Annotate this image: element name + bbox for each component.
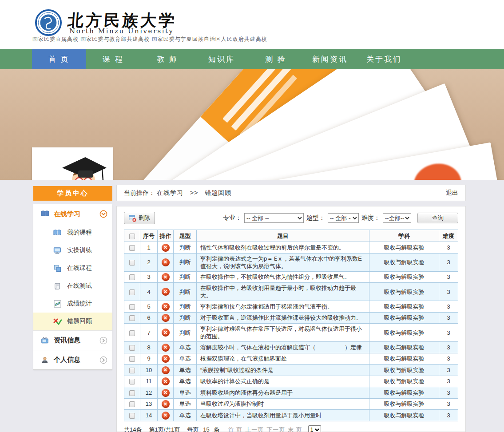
nav-item[interactable]: 知识库 bbox=[194, 49, 249, 69]
wrong-questions-table: 序号操作题型题目学科难度 1✕判断惰性气体和吸收剂在吸收过程的前后的摩尔量是不变… bbox=[124, 230, 458, 421]
select-all-header bbox=[124, 230, 140, 242]
delete-cross-icon[interactable]: ✕ bbox=[162, 400, 170, 408]
row-checkbox[interactable] bbox=[129, 260, 135, 266]
chevron-right-circle-icon[interactable] bbox=[99, 336, 108, 345]
tv-icon bbox=[40, 336, 49, 345]
delete-cross-icon[interactable]: ✕ bbox=[162, 355, 170, 363]
sidebar-section[interactable]: 资讯信息 bbox=[33, 330, 112, 350]
delete-button[interactable]: 删除 bbox=[124, 212, 155, 224]
sidebar-item-label: 在线测试 bbox=[67, 282, 92, 290]
select-all-checkbox[interactable] bbox=[129, 234, 135, 239]
filter-select-difficulty[interactable]: --全部-- bbox=[383, 213, 411, 223]
university-tagline: 国家民委直属高校 国家民委与教育部共建高校 国家民委与宁夏回族自治区人民政府共建… bbox=[32, 36, 267, 43]
question-title: 吸收率的计算公式正确的是 bbox=[197, 376, 369, 387]
question-title: 在吸收操作中，若吸收剂用量趋于最小时，吸收推动力趋于最大。 bbox=[197, 283, 369, 301]
filter-select-type[interactable]: -- 全部 -- bbox=[328, 213, 359, 223]
delete-cross-icon[interactable]: ✕ bbox=[162, 412, 170, 420]
page-number-select[interactable]: 1 bbox=[308, 425, 321, 432]
table-row: 9✕单选根据双膜理论，在气液接触界面处吸收与解吸实验3 bbox=[124, 353, 458, 365]
sidebar-item[interactable]: 成绩统计 bbox=[33, 295, 112, 313]
search-button[interactable]: 查询 bbox=[417, 213, 458, 223]
wrong-review-icon bbox=[53, 317, 62, 326]
sidebar-item[interactable]: 在线测试 bbox=[33, 277, 112, 295]
question-difficulty: 3 bbox=[439, 353, 458, 365]
row-checkbox[interactable] bbox=[129, 304, 135, 310]
question-title: 对于吸收而言，逆流操作比并流操作课获得较大的吸收推动力。 bbox=[197, 312, 369, 324]
question-difficulty: 3 bbox=[439, 242, 458, 254]
sidebar-item[interactable]: 实操训练 bbox=[33, 242, 112, 259]
sidebar-menu: 在线学习我的课程实操训练在线课程在线测试成绩统计错题回顾资讯信息个人信息 bbox=[33, 204, 112, 370]
delete-cross-icon[interactable]: ✕ bbox=[162, 329, 170, 337]
question-subject: 吸收与解吸实验 bbox=[369, 410, 439, 421]
row-checkbox[interactable] bbox=[129, 379, 135, 384]
nav-item[interactable]: 教 师 bbox=[140, 49, 194, 69]
sidebar-item[interactable]: 在线课程 bbox=[33, 259, 112, 277]
row-checkbox[interactable] bbox=[129, 413, 135, 419]
filter-label-major: 专业： bbox=[223, 214, 242, 222]
sidebar-item[interactable]: 我的课程 bbox=[33, 224, 112, 242]
row-checkbox[interactable] bbox=[129, 390, 135, 396]
question-subject: 吸收与解吸实验 bbox=[369, 398, 439, 410]
question-subject: 吸收与解吸实验 bbox=[369, 312, 439, 324]
nav-item[interactable]: 首 页 bbox=[32, 49, 86, 69]
question-difficulty: 3 bbox=[439, 376, 458, 387]
delete-cross-icon[interactable]: ✕ bbox=[162, 288, 170, 296]
row-checkbox[interactable] bbox=[129, 245, 135, 251]
question-type: 单选 bbox=[174, 365, 197, 376]
online-course-icon bbox=[53, 264, 62, 273]
test-scroll-icon bbox=[53, 281, 62, 290]
table-row: 7✕判断亨利定律对难溶气体在常压下较适应，对易溶气体仅适用于很小的范围。吸收与解… bbox=[124, 324, 458, 342]
question-title: 在吸收塔设计中，当吸收剂用量趋于最小用量时 bbox=[197, 410, 369, 421]
student-card[interactable]: Engineering 学生1 bbox=[32, 147, 113, 180]
row-checkbox[interactable] bbox=[129, 401, 135, 407]
filter-select-major[interactable]: -- 全部 -- bbox=[244, 213, 304, 223]
row-number: 13 bbox=[140, 398, 158, 410]
sidebar-section[interactable]: 个人信息 bbox=[33, 350, 112, 369]
nav-item[interactable]: 新闻资讯 bbox=[303, 49, 357, 69]
table-row: 2✕判断亨利定律的表达式之一为p＝Ｅx ，若某气体在水中的亨利系数E值很大，说明… bbox=[124, 253, 458, 271]
table-row: 10✕单选“液膜控制”吸收过程的条件是吸收与解吸实验3 bbox=[124, 365, 458, 376]
delete-cross-icon[interactable]: ✕ bbox=[162, 273, 170, 281]
nav-item[interactable]: 测 验 bbox=[249, 49, 303, 69]
nav-item[interactable]: 关于我们 bbox=[357, 49, 411, 69]
chevron-right-circle-icon[interactable] bbox=[99, 356, 108, 365]
sidebar-item[interactable]: 错题回顾 bbox=[33, 313, 112, 330]
row-checkbox[interactable] bbox=[129, 330, 135, 336]
question-type: 单选 bbox=[174, 387, 197, 399]
row-checkbox[interactable] bbox=[129, 356, 135, 362]
row-checkbox[interactable] bbox=[129, 345, 135, 351]
pagination-link[interactable]: 下一页 bbox=[266, 426, 285, 432]
delete-cross-icon[interactable]: ✕ bbox=[162, 303, 170, 311]
delete-cross-icon[interactable]: ✕ bbox=[162, 244, 170, 252]
question-difficulty: 3 bbox=[439, 271, 458, 283]
question-difficulty: 3 bbox=[439, 398, 458, 410]
row-checkbox[interactable] bbox=[129, 274, 135, 280]
delete-cross-icon[interactable]: ✕ bbox=[162, 389, 170, 397]
sidebar-title-student-center[interactable]: 学员中心 bbox=[33, 186, 112, 201]
delete-cross-icon[interactable]: ✕ bbox=[162, 377, 170, 385]
per-page-input[interactable] bbox=[201, 426, 212, 432]
delete-cross-icon[interactable]: ✕ bbox=[162, 344, 170, 352]
row-number: 7 bbox=[140, 324, 158, 342]
pagination-link[interactable]: 上一页 bbox=[245, 426, 264, 432]
question-type: 单选 bbox=[174, 342, 197, 353]
sidebar-section-label: 个人信息 bbox=[54, 356, 99, 364]
pagination-link[interactable]: 末 页 bbox=[288, 426, 302, 432]
question-subject: 吸收与解吸实验 bbox=[369, 283, 439, 301]
nav-item[interactable]: 课 程 bbox=[86, 49, 140, 69]
sidebar-section[interactable]: 在线学习 bbox=[33, 204, 112, 224]
main-nav: 首 页课 程教 师知识库测 验新闻资讯关于我们 bbox=[0, 49, 504, 69]
row-checkbox[interactable] bbox=[129, 368, 135, 373]
page: 北方民族大学 North Minzu University 国家民委直属高校 国… bbox=[0, 0, 504, 432]
pagination-link[interactable]: 首 页 bbox=[228, 426, 243, 432]
delete-cross-icon[interactable]: ✕ bbox=[162, 314, 170, 322]
row-checkbox[interactable] bbox=[129, 315, 135, 321]
student-illustration-icon: Engineering bbox=[36, 153, 109, 180]
delete-cross-icon[interactable]: ✕ bbox=[162, 258, 170, 266]
column-header: 序号 bbox=[140, 230, 158, 242]
delete-cross-icon[interactable]: ✕ bbox=[162, 366, 170, 374]
chevron-down-circle-icon[interactable] bbox=[99, 210, 108, 218]
row-checkbox[interactable] bbox=[129, 289, 135, 295]
logout-link[interactable]: 退出 bbox=[446, 189, 458, 197]
question-subject: 吸收与解吸实验 bbox=[369, 365, 439, 376]
